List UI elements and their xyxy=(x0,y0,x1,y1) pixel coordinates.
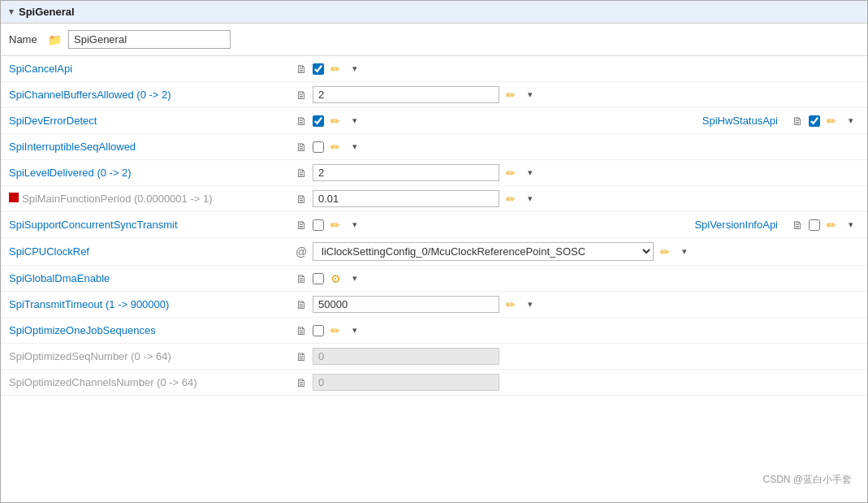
secondary-pencil-icon-SpiSupportConcurrentSyncTransmit[interactable]: ✏ xyxy=(823,217,840,233)
secondary-file-icon-SpiSupportConcurrentSyncTransmit: 🗎 xyxy=(789,217,805,233)
label-SpiSupportConcurrentSyncTransmit[interactable]: SpiSupportConcurrentSyncTransmit xyxy=(9,219,293,231)
controls-SpiCPUClockRef: @liClockSettingConfig_0/McuClockReferenc… xyxy=(293,242,859,261)
checkbox-SpiGlobalDmaEnable[interactable] xyxy=(313,273,324,284)
row-SpiDevErrorDetect: SpiDevErrorDetect🗎✏▾SpiHwStatusApi🗎✏▾ xyxy=(1,108,867,134)
name-label: Name xyxy=(9,33,41,46)
pencil-icon-SpiOptimizeOneJobSequences[interactable]: ✏ xyxy=(327,323,343,339)
red-indicator-SpiMainFunctionPeriod xyxy=(9,193,19,202)
name-input[interactable] xyxy=(68,30,231,49)
pencil-icon-SpiTransmitTimeout[interactable]: ✏ xyxy=(503,297,519,313)
pencil-icon-SpiInterruptibleSeqAllowed[interactable]: ✏ xyxy=(327,139,343,155)
row-SpiInterruptibleSeqAllowed: SpiInterruptibleSeqAllowed🗎✏▾ xyxy=(1,134,867,160)
main-window: ▾ SpiGeneral Name 📁 SpiCancelApi🗎✏▾SpiCh… xyxy=(0,0,868,503)
file-icon-SpiSupportConcurrentSyncTransmit: 🗎 xyxy=(293,217,309,233)
controls-SpiOptimizedChannelsNumber: 🗎 xyxy=(293,374,859,391)
label-SpiChannelBuffersAllowed[interactable]: SpiChannelBuffersAllowed (0 -> 2) xyxy=(9,89,293,101)
dropdown-arrow-SpiChannelBuffersAllowed[interactable]: ▾ xyxy=(522,87,538,103)
row-SpiOptimizeOneJobSequences: SpiOptimizeOneJobSequences🗎✏▾ xyxy=(1,318,867,344)
pencil-icon-SpiDevErrorDetect[interactable]: ✏ xyxy=(327,113,343,129)
label-SpiCPUClockRef[interactable]: SpiCPUClockRef xyxy=(9,245,293,258)
file-icon-SpiTransmitTimeout: 🗎 xyxy=(293,297,309,313)
label-SpiDevErrorDetect[interactable]: SpiDevErrorDetect xyxy=(9,115,293,127)
row-SpiGlobalDmaEnable: SpiGlobalDmaEnable🗎⚙▾ xyxy=(1,266,867,292)
at-icon-SpiCPUClockRef: @ xyxy=(293,244,309,260)
dropdown-arrow-SpiSupportConcurrentSyncTransmit[interactable]: ▾ xyxy=(347,217,363,233)
name-row: Name 📁 xyxy=(1,24,867,56)
checkbox-SpiDevErrorDetect[interactable] xyxy=(313,115,324,127)
file-icon-SpiOptimizeOneJobSequences: 🗎 xyxy=(293,323,309,339)
controls-SpiTransmitTimeout: 🗎✏▾ xyxy=(293,296,859,313)
controls-SpiGlobalDmaEnable: 🗎⚙▾ xyxy=(293,271,859,287)
label-SpiLevelDelivered[interactable]: SpiLevelDelivered (0 -> 2) xyxy=(9,167,293,179)
text-input-SpiChannelBuffersAllowed[interactable] xyxy=(313,86,499,103)
collapse-icon[interactable]: ▾ xyxy=(9,7,14,17)
dropdown-arrow-SpiOptimizeOneJobSequences[interactable]: ▾ xyxy=(347,323,363,339)
label-SpiInterruptibleSeqAllowed[interactable]: SpiInterruptibleSeqAllowed xyxy=(9,141,293,153)
row-SpiChannelBuffersAllowed: SpiChannelBuffersAllowed (0 -> 2)🗎✏▾ xyxy=(1,82,867,108)
secondary-pencil-icon-SpiDevErrorDetect[interactable]: ✏ xyxy=(823,113,840,129)
controls-SpiOptimizedSeqNumber: 🗎 xyxy=(293,348,859,365)
controls-SpiInterruptibleSeqAllowed: 🗎✏▾ xyxy=(293,139,859,155)
content-area: SpiCancelApi🗎✏▾SpiChannelBuffersAllowed … xyxy=(1,56,867,396)
watermark: CSDN @蓝白小手套 xyxy=(762,473,852,487)
file-icon-SpiChannelBuffersAllowed: 🗎 xyxy=(293,87,309,103)
checkbox-SpiInterruptibleSeqAllowed[interactable] xyxy=(313,141,324,153)
dropdown-arrow-SpiDevErrorDetect[interactable]: ▾ xyxy=(347,113,363,129)
text-input-SpiMainFunctionPeriod[interactable] xyxy=(313,190,499,207)
checkbox-SpiSupportConcurrentSyncTransmit[interactable] xyxy=(313,219,324,231)
text-input-SpiTransmitTimeout[interactable] xyxy=(313,296,499,313)
pencil-icon-SpiSupportConcurrentSyncTransmit[interactable]: ✏ xyxy=(327,217,343,233)
secondary-label-SpiSupportConcurrentSyncTransmit[interactable]: SpiVersionInfoApi xyxy=(656,219,786,231)
text-input-SpiLevelDelivered[interactable] xyxy=(313,164,499,181)
dropdown-arrow-SpiMainFunctionPeriod[interactable]: ▾ xyxy=(522,191,538,207)
secondary-dropdown-arrow-SpiDevErrorDetect[interactable]: ▾ xyxy=(843,113,859,129)
label-SpiOptimizedChannelsNumber: SpiOptimizedChannelsNumber (0 -> 64) xyxy=(9,376,293,388)
row-SpiOptimizedSeqNumber: SpiOptimizedSeqNumber (0 -> 64)🗎 xyxy=(1,344,867,370)
secondary-section-SpiDevErrorDetect: SpiHwStatusApi🗎✏▾ xyxy=(656,113,859,129)
label-SpiGlobalDmaEnable[interactable]: SpiGlobalDmaEnable xyxy=(9,272,293,284)
label-SpiOptimizedSeqNumber: SpiOptimizedSeqNumber (0 -> 64) xyxy=(9,350,293,362)
file-icon-SpiCancelApi: 🗎 xyxy=(293,61,309,77)
dropdown-arrow-SpiCPUClockRef[interactable]: ▾ xyxy=(676,244,693,260)
row-SpiLevelDelivered: SpiLevelDelivered (0 -> 2)🗎✏▾ xyxy=(1,160,867,186)
row-split-SpiSupportConcurrentSyncTransmit: SpiSupportConcurrentSyncTransmit🗎✏▾SpiVe… xyxy=(9,217,859,233)
secondary-checkbox-SpiSupportConcurrentSyncTransmit[interactable] xyxy=(809,219,820,231)
title-bar: ▾ SpiGeneral xyxy=(1,1,867,24)
label-SpiCancelApi[interactable]: SpiCancelApi xyxy=(9,63,293,75)
pencil-icon-SpiCPUClockRef[interactable]: ✏ xyxy=(657,244,673,260)
secondary-file-icon-SpiDevErrorDetect: 🗎 xyxy=(789,113,805,129)
secondary-label-SpiDevErrorDetect[interactable]: SpiHwStatusApi xyxy=(656,115,786,127)
secondary-dropdown-arrow-SpiSupportConcurrentSyncTransmit[interactable]: ▾ xyxy=(843,217,859,233)
dropdown-arrow-SpiInterruptibleSeqAllowed[interactable]: ▾ xyxy=(347,139,363,155)
row-SpiMainFunctionPeriod: SpiMainFunctionPeriod (0.0000001 -> 1)🗎✏… xyxy=(1,186,867,212)
file-icon-SpiMainFunctionPeriod: 🗎 xyxy=(293,191,309,207)
file-icon-SpiOptimizedSeqNumber: 🗎 xyxy=(293,349,309,365)
pencil-icon-SpiChannelBuffersAllowed[interactable]: ✏ xyxy=(503,87,519,103)
secondary-section-SpiSupportConcurrentSyncTransmit: SpiVersionInfoApi🗎✏▾ xyxy=(656,217,859,233)
row-SpiOptimizedChannelsNumber: SpiOptimizedChannelsNumber (0 -> 64)🗎 xyxy=(1,370,867,396)
pencil-icon-SpiCancelApi[interactable]: ✏ xyxy=(327,61,343,77)
controls-SpiLevelDelivered: 🗎✏▾ xyxy=(293,164,859,181)
pencil-icon-SpiMainFunctionPeriod[interactable]: ✏ xyxy=(503,191,519,207)
file-icon-SpiOptimizedChannelsNumber: 🗎 xyxy=(293,375,309,391)
controls-SpiSupportConcurrentSyncTransmit: 🗎✏▾ xyxy=(293,217,656,233)
dropdown-arrow-SpiCancelApi[interactable]: ▾ xyxy=(347,61,363,77)
row-SpiCancelApi: SpiCancelApi🗎✏▾ xyxy=(1,56,867,82)
row-SpiCPUClockRef: SpiCPUClockRef@liClockSettingConfig_0/Mc… xyxy=(1,238,867,266)
label-SpiOptimizeOneJobSequences[interactable]: SpiOptimizeOneJobSequences xyxy=(9,324,293,336)
label-SpiMainFunctionPeriod: SpiMainFunctionPeriod (0.0000001 -> 1) xyxy=(9,193,293,205)
dropdown-arrow-SpiGlobalDmaEnable[interactable]: ▾ xyxy=(347,271,363,287)
checkbox-SpiCancelApi[interactable] xyxy=(313,63,324,75)
pencil-icon-SpiLevelDelivered[interactable]: ✏ xyxy=(503,165,519,181)
dropdown-arrow-SpiTransmitTimeout[interactable]: ▾ xyxy=(522,297,538,313)
row-split-SpiDevErrorDetect: SpiDevErrorDetect🗎✏▾SpiHwStatusApi🗎✏▾ xyxy=(9,113,859,129)
text-input-SpiOptimizedChannelsNumber xyxy=(313,374,499,391)
secondary-checkbox-SpiDevErrorDetect[interactable] xyxy=(809,115,820,127)
dropdown-arrow-SpiLevelDelivered[interactable]: ▾ xyxy=(522,165,538,181)
window-title: SpiGeneral xyxy=(19,6,75,18)
label-SpiTransmitTimeout[interactable]: SpiTransmitTimeout (1 -> 900000) xyxy=(9,298,293,310)
checkbox-SpiOptimizeOneJobSequences[interactable] xyxy=(313,325,324,336)
primary-section-SpiDevErrorDetect: SpiDevErrorDetect🗎✏▾ xyxy=(9,113,656,129)
gear-icon-SpiGlobalDmaEnable[interactable]: ⚙ xyxy=(327,271,343,287)
dropdown-SpiCPUClockRef[interactable]: liClockSettingConfig_0/McuClockReference… xyxy=(313,242,654,261)
